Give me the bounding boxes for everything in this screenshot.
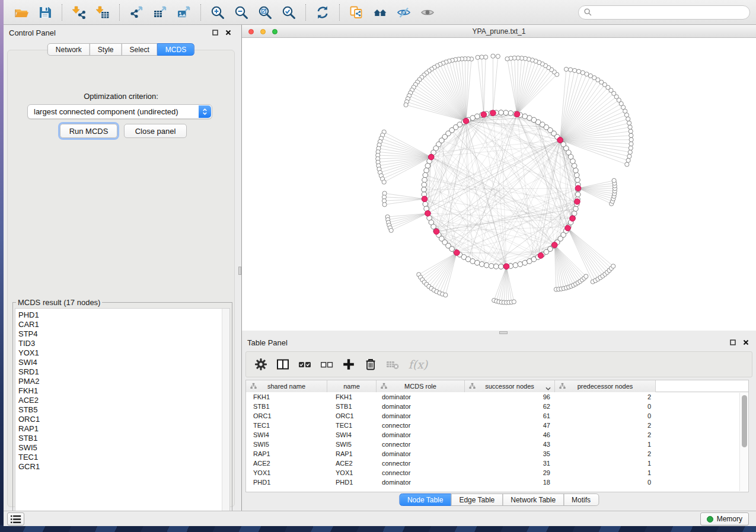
column-header-successor-nodes[interactable]: successor nodes xyxy=(465,380,555,392)
table-row[interactable]: YOX1YOX1connector291 xyxy=(246,468,748,477)
table-cell: 2 xyxy=(555,421,656,430)
split-columns-button[interactable] xyxy=(274,355,292,373)
tab-edge-table[interactable]: Edge Table xyxy=(451,493,503,506)
float-panel-icon[interactable] xyxy=(210,28,220,37)
mcds-list-scrollbar[interactable] xyxy=(222,309,229,514)
table-row[interactable]: STB1STB1dominator620 xyxy=(246,402,748,411)
zoom-out-button[interactable] xyxy=(232,4,250,21)
column-label: name xyxy=(343,383,360,390)
search-box[interactable] xyxy=(578,5,750,20)
zoom-selected-icon xyxy=(282,5,296,20)
run-mcds-button[interactable]: Run MCDS xyxy=(60,124,117,138)
close-panel-icon[interactable] xyxy=(741,338,751,347)
table-cell: 62 xyxy=(465,402,555,411)
table-cell: ORC1 xyxy=(246,411,327,421)
tab-network-table[interactable]: Network Table xyxy=(502,493,564,506)
table-row[interactable]: SWI4SWI4dominator462 xyxy=(246,430,748,440)
export-network-button[interactable] xyxy=(127,4,145,21)
table-cell: ORC1 xyxy=(327,411,377,421)
import-network-button[interactable] xyxy=(70,4,88,21)
control-panel-titlebar: Control Panel xyxy=(4,25,238,40)
table-cell: 43 xyxy=(465,440,555,449)
column-header-MCDS-role[interactable]: MCDS role xyxy=(377,380,465,392)
table-scrollbar[interactable] xyxy=(739,393,748,491)
tab-network[interactable]: Network xyxy=(47,43,90,56)
zoom-fit-icon xyxy=(258,5,272,20)
table-cell: 31 xyxy=(465,459,555,468)
toolbar-separator xyxy=(200,4,201,21)
optimization-criterion-value: largest connected component (undirected) xyxy=(34,107,178,116)
table-cell: STB1 xyxy=(246,402,327,411)
first-neighbors-button[interactable] xyxy=(371,4,389,21)
mcds-result-item: PMA2 xyxy=(18,377,227,386)
select-all-button[interactable] xyxy=(296,355,314,373)
save-session-button[interactable] xyxy=(36,4,54,21)
mcds-result-item: ACE2 xyxy=(18,396,227,405)
hide-selected-button[interactable] xyxy=(395,4,413,21)
tab-node-table[interactable]: Node Table xyxy=(399,493,452,506)
export-table-button[interactable] xyxy=(151,4,169,21)
add-row-icon xyxy=(342,357,356,371)
export-image-button[interactable] xyxy=(175,4,193,21)
optimization-criterion-select[interactable]: largest connected component (undirected) xyxy=(27,104,212,119)
splitter-grip[interactable] xyxy=(238,267,241,275)
scrollbar-thumb[interactable] xyxy=(742,395,747,447)
table-panel-titlebar: Table Panel xyxy=(242,335,756,350)
table-cell: connector xyxy=(377,459,465,468)
table-row[interactable]: PHD1PHD1dominator180 xyxy=(246,477,748,487)
toolbar-separator xyxy=(119,4,120,21)
deselect-all-button[interactable] xyxy=(318,355,336,373)
tab-style[interactable]: Style xyxy=(90,43,122,56)
table-cell: 0 xyxy=(555,477,656,487)
add-row-button[interactable] xyxy=(340,355,358,373)
mcds-result-list[interactable]: PHD1CAR1STP4TID3YOX1SWI4SRD1PMA2FKH1ACE2… xyxy=(15,308,230,514)
column-header-shared-name[interactable]: shared name xyxy=(246,380,327,392)
zoom-fit-button[interactable] xyxy=(256,4,274,21)
table-cell: 0 xyxy=(555,402,656,411)
open-session-button[interactable] xyxy=(12,4,30,21)
network-canvas[interactable] xyxy=(242,38,756,331)
mcds-result-item: STB5 xyxy=(18,405,227,415)
table-cell: dominator xyxy=(377,477,465,487)
settings-gear-button[interactable] xyxy=(252,355,270,373)
table-row[interactable]: RAP1RAP1dominator352 xyxy=(246,449,748,459)
table-cell: 46 xyxy=(465,430,555,440)
import-table-icon xyxy=(95,5,110,20)
refresh-view-button[interactable] xyxy=(314,4,331,21)
zoom-in-button[interactable] xyxy=(209,4,227,21)
delete-row-button[interactable] xyxy=(362,355,379,373)
column-header-predecessor-nodes[interactable]: predecessor nodes xyxy=(555,380,656,392)
table-cell: PHD1 xyxy=(327,477,377,487)
mcds-result-item: RAP1 xyxy=(18,424,227,434)
table-row[interactable]: SWI5SWI5connector431 xyxy=(246,440,748,449)
splitter-grip[interactable] xyxy=(499,331,508,334)
float-panel-icon[interactable] xyxy=(728,338,738,347)
table-row[interactable]: ORC1ORC1dominator610 xyxy=(246,411,748,421)
task-history-button[interactable] xyxy=(7,512,24,525)
table-row[interactable]: ACE2ACE2connector311 xyxy=(246,459,748,468)
table-cell: PHD1 xyxy=(246,477,327,487)
tab-select[interactable]: Select xyxy=(122,43,158,56)
import-table-button[interactable] xyxy=(94,4,111,21)
search-input[interactable] xyxy=(595,8,745,17)
column-header-name[interactable]: name xyxy=(327,380,377,392)
zoom-selected-button[interactable] xyxy=(280,4,298,21)
tab-motifs[interactable]: Motifs xyxy=(563,493,599,506)
table-row[interactable]: TEC1TEC1connector472 xyxy=(246,421,748,430)
copy-network-button[interactable] xyxy=(347,4,365,21)
main-toolbar xyxy=(4,0,756,25)
status-bar: Memory xyxy=(4,511,756,526)
close-panel-button[interactable]: Close panel xyxy=(124,124,187,138)
horizontal-splitter[interactable] xyxy=(242,331,756,335)
column-namespace-icon xyxy=(381,383,387,390)
function-builder-button: f(x) xyxy=(406,355,430,373)
table-row[interactable]: FKH1FKH1dominator962 xyxy=(246,392,748,402)
show-all-button[interactable] xyxy=(419,4,436,21)
memory-button[interactable]: Memory xyxy=(700,512,749,525)
table-body: FKH1FKH1dominator962STB1STB1dominator620… xyxy=(246,392,748,487)
column-namespace-icon xyxy=(469,383,476,390)
close-panel-icon[interactable] xyxy=(224,28,233,37)
network-graph[interactable] xyxy=(242,38,756,331)
tab-mcds[interactable]: MCDS xyxy=(157,43,194,56)
table-cell: ACE2 xyxy=(246,459,327,468)
